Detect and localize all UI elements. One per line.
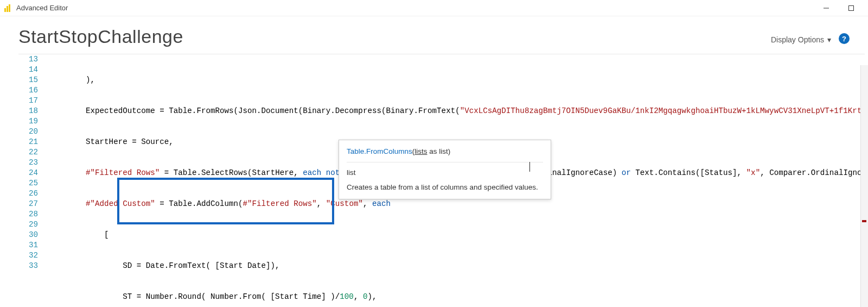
svg-rect-0 — [4, 8, 6, 12]
app-icon — [4, 4, 12, 12]
page-title: StartStopChallenge — [18, 26, 183, 47]
display-options-label: Display Options — [771, 35, 824, 44]
titlebar: Advanced Editor — [0, 0, 868, 16]
code-line[interactable]: [ — [51, 230, 865, 240]
window-title: Advanced Editor — [16, 4, 68, 12]
scrollbar[interactable] — [860, 65, 868, 307]
display-options-dropdown[interactable]: Display Options ▾ — [771, 35, 831, 44]
chevron-down-icon: ▾ — [827, 35, 831, 44]
code-editor[interactable]: 13141516 17181920 21222324 25262728 2930… — [18, 54, 865, 54]
maximize-button[interactable] — [839, 1, 864, 16]
error-marker-icon — [862, 220, 866, 222]
code-line[interactable]: SD = Date.FromText( [Start Date]), — [51, 261, 865, 271]
help-icon[interactable]: ? — [839, 33, 850, 44]
code-line[interactable]: ExpectedOutcome = Table.FromRows(Json.Do… — [51, 106, 865, 116]
code-line[interactable]: ), — [51, 75, 865, 85]
text-cursor-icon — [529, 162, 530, 172]
code-line[interactable]: ST = Number.Round( Number.From( [Start T… — [51, 292, 865, 302]
line-number-gutter: 13141516 17181920 21222324 25262728 2930… — [18, 54, 43, 271]
svg-rect-1 — [7, 6, 8, 12]
code-line[interactable]: #"Added Custom" = Table.AddColumn(#"Filt… — [51, 199, 865, 209]
header: StartStopChallenge Display Options ▾ ? — [0, 16, 868, 51]
tooltip-description: Creates a table from a list of columns a… — [347, 181, 543, 193]
tooltip-signature: Table.FromColumns(lists as list) — [347, 146, 543, 158]
minimize-button[interactable] — [814, 1, 839, 16]
tooltip-type: list — [347, 167, 543, 179]
svg-rect-2 — [9, 4, 10, 12]
intellisense-tooltip: Table.FromColumns(lists as list) list Cr… — [339, 140, 551, 199]
svg-rect-4 — [849, 5, 854, 10]
